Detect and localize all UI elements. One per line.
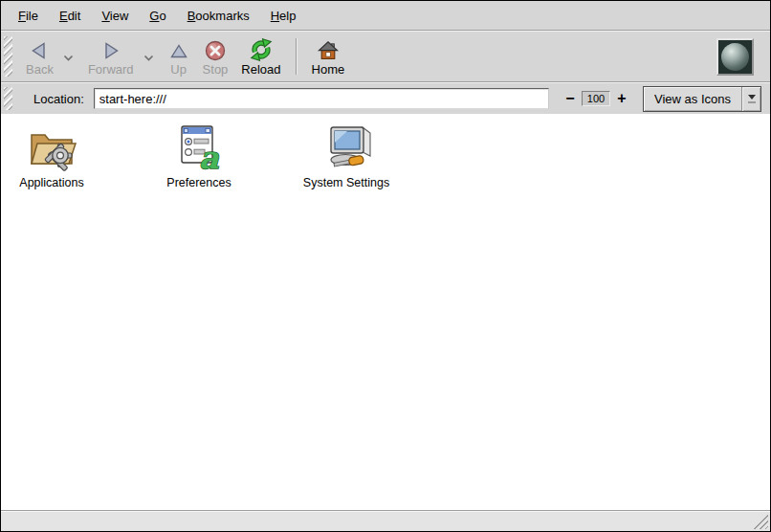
desktop-item-applications[interactable]: Applications [1,123,102,189]
up-button-label: Up [170,62,187,78]
home-icon [317,35,340,62]
menu-bar: File Edit View Go Bookmarks Help [1,1,770,30]
system-settings-monitor-icon [315,123,378,174]
dropdown-arrow-icon [741,87,760,111]
stop-button[interactable]: Stop [196,33,235,79]
menu-file-label: ile [26,9,38,23]
menu-go[interactable]: Go [139,5,176,27]
svg-text:a: a [199,140,220,171]
stop-button-label: Stop [203,62,229,78]
desktop-item-label: Preferences [166,176,231,189]
menu-file-mnemonic: F [18,9,26,23]
menu-go-mnemonic: G [149,9,159,23]
reload-button[interactable]: Reload [234,33,287,79]
menu-bookmarks[interactable]: Bookmarks [177,5,260,27]
up-arrow-icon [168,35,189,62]
stop-icon [204,35,227,62]
menu-help[interactable]: Help [260,5,307,27]
toolbar-grip-handle[interactable] [4,36,12,77]
status-bar [1,510,770,531]
back-button[interactable]: Back [19,33,60,79]
menu-help-label: elp [279,9,296,23]
location-bar-grip-handle[interactable] [4,87,12,110]
location-label: Location: [33,92,84,106]
home-button-label: Home [312,62,345,78]
location-bar: Location: − 100 + View as Icons [1,83,770,114]
desktop-item-label: Applications [19,176,83,189]
toolbar: Back Forward Up Stop [1,32,770,81]
view-mode-dropdown[interactable]: View as Icons [643,86,761,112]
throbber-sphere-icon [721,43,749,71]
location-input[interactable] [94,88,549,109]
back-arrow-icon [28,35,51,62]
forward-button-label: Forward [88,62,134,78]
up-button[interactable]: Up [162,33,196,79]
desktop-item-label: System Settings [303,176,389,189]
nautilus-window: { "colors": { "chrome_bg": "#d6d6d6", "c… [0,0,771,532]
zoom-level-indicator[interactable]: 100 [582,91,610,106]
desktop-item-system-settings[interactable]: System Settings [296,123,397,189]
zoom-in-button[interactable]: + [614,92,629,105]
reload-icon [249,35,274,62]
forward-history-dropdown-button[interactable] [141,33,158,79]
menu-edit[interactable]: Edit [49,5,91,27]
menu-edit-label: dit [68,9,81,23]
forward-arrow-icon [99,35,122,62]
back-button-label: Back [26,62,54,78]
desktop-item-preferences[interactable]: a Preferences [148,123,250,189]
zoom-out-button[interactable]: − [562,92,578,105]
menu-edit-mnemonic: E [59,9,68,23]
home-button[interactable]: Home [305,33,352,79]
menu-view[interactable]: View [91,5,139,27]
chevron-down-icon [143,50,154,64]
icon-view-content: Applications a Preferences [1,114,770,510]
throbber [716,38,754,76]
reload-button-label: Reload [241,62,280,78]
preferences-capplet-icon: a [167,123,231,174]
resize-grip[interactable] [753,514,768,529]
menu-go-label: o [159,9,165,23]
menu-view-mnemonic: V [101,9,109,23]
forward-button[interactable]: Forward [81,33,141,79]
chevron-down-icon [63,50,74,64]
toolbar-separator [296,38,297,75]
menu-help-mnemonic: H [271,9,279,23]
applications-folder-gear-icon [20,123,83,174]
menu-view-label: iew [110,9,129,23]
back-history-dropdown-button[interactable] [60,33,77,79]
menu-file[interactable]: File [8,5,49,27]
menu-bookmarks-label: ookmarks [195,9,249,23]
view-mode-label: View as Icons [644,87,741,111]
